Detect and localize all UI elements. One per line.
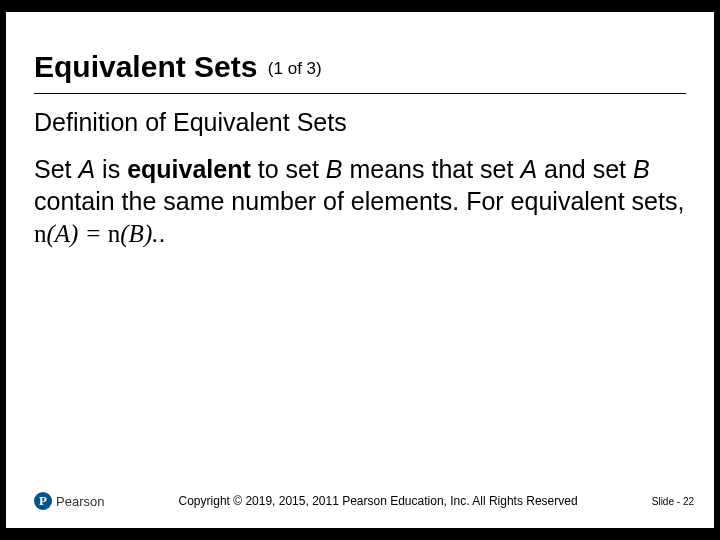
body-text: . bbox=[158, 219, 165, 247]
body-text: to set bbox=[251, 155, 326, 183]
slide-subhead: Definition of Equivalent Sets bbox=[6, 94, 714, 147]
publisher-logo: P Pearson bbox=[34, 492, 104, 510]
term-equivalent: equivalent bbox=[127, 155, 251, 183]
var-a: A bbox=[520, 155, 537, 183]
var-a: A bbox=[78, 155, 95, 183]
copyright-text: Copyright © 2019, 2015, 2011 Pearson Edu… bbox=[104, 494, 651, 508]
body-text: contain the same number of elements. For… bbox=[34, 187, 684, 215]
slide-label: Slide - bbox=[652, 496, 683, 507]
slide-number: Slide - 22 bbox=[652, 496, 694, 507]
slide-title: Equivalent Sets bbox=[34, 50, 257, 83]
slide-num-value: 22 bbox=[683, 496, 694, 507]
var-b: B bbox=[326, 155, 343, 183]
slide: Equivalent Sets (1 of 3) Definition of E… bbox=[6, 12, 714, 528]
slide-body: Set A is equivalent to set B means that … bbox=[6, 147, 714, 250]
var-b: B bbox=[633, 155, 650, 183]
publisher-name: Pearson bbox=[56, 494, 104, 509]
slide-title-part: (1 of 3) bbox=[268, 59, 322, 78]
body-text: Set bbox=[34, 155, 78, 183]
equation: n(A) = n(B). bbox=[34, 220, 158, 247]
pearson-p-icon: P bbox=[34, 492, 52, 510]
body-text: is bbox=[95, 155, 127, 183]
body-text: and set bbox=[537, 155, 633, 183]
body-text: means that set bbox=[343, 155, 521, 183]
slide-header: Equivalent Sets (1 of 3) bbox=[6, 12, 714, 90]
slide-footer: P Pearson Copyright © 2019, 2015, 2011 P… bbox=[6, 492, 714, 510]
